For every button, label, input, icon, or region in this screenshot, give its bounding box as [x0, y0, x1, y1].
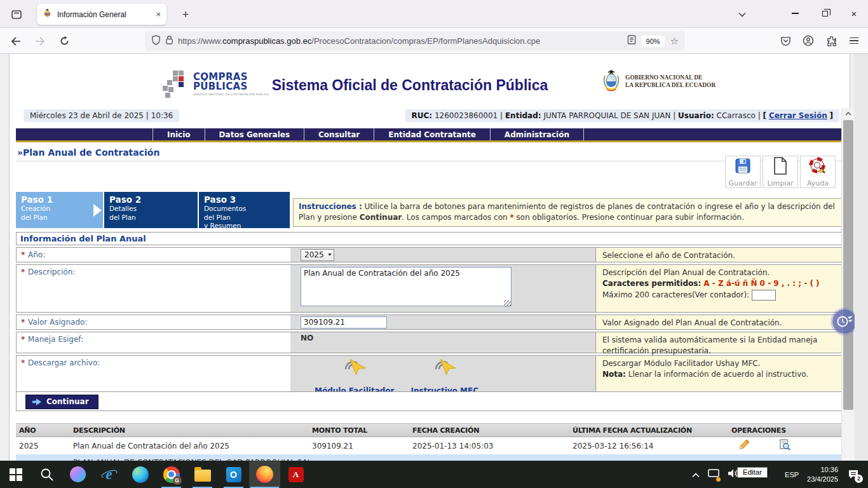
firefox-view-icon[interactable]: [8, 6, 25, 24]
nav-item-consultar[interactable]: Consultar: [304, 128, 374, 140]
taskbar-edge-icon[interactable]: [125, 461, 156, 488]
taskbar-acrobat-icon[interactable]: A: [280, 461, 311, 488]
assigned-value-input[interactable]: [301, 316, 387, 329]
tray-clock[interactable]: 10:36 23/4/2025: [807, 465, 838, 484]
nav-item-entidad-contratante[interactable]: Entidad Contratante: [374, 128, 490, 140]
instructions-box: Instrucciones : Utilice la barra de boto…: [293, 198, 842, 227]
entity-value: JUNTA PARROQUIAL DE SAN JUAN: [543, 111, 670, 120]
user-value: CCarrasco: [717, 111, 756, 120]
tab-title: Información General: [57, 10, 151, 19]
tray-cast-icon[interactable]: [708, 469, 719, 480]
action-toolbar: Guardar Limpiar Ayuda: [725, 156, 836, 188]
modulo-facilitador-link[interactable]: Módulo Facilitador: [315, 358, 394, 395]
start-button[interactable]: [0, 461, 31, 488]
col-ultima-actualizacion: ÚLTIMA FECHA ACTUALIZACIÓN: [569, 426, 728, 435]
year-row: *Año: 2025 Seleccione el año de Contrata…: [16, 247, 842, 262]
site-title: Sistema Oficial de Contratación Pública: [200, 77, 620, 94]
taskbar-firefox-icon[interactable]: [249, 461, 280, 488]
taskbar-outlook-icon[interactable]: O: [218, 461, 249, 488]
taskbar-search-icon[interactable]: [31, 461, 62, 488]
list-tabs-chevron-icon[interactable]: [734, 8, 750, 22]
resize-handle[interactable]: [504, 300, 511, 307]
taskbar-file-explorer-icon[interactable]: [187, 461, 218, 488]
blank-page-icon: [773, 157, 788, 177]
continue-bar: Continuar: [16, 391, 842, 411]
logout-link[interactable]: Cerrar Sesión: [769, 111, 827, 120]
notification-center-icon[interactable]: 2: [846, 468, 860, 482]
continue-button[interactable]: Continuar: [25, 395, 98, 409]
new-tab-button[interactable]: +: [178, 7, 193, 22]
zoom-level-button[interactable]: 90%: [642, 36, 665, 47]
instructivo-mfc-link[interactable]: Instructivo MFC: [410, 358, 478, 395]
taskbar-chrome-icon[interactable]: G: [156, 461, 187, 488]
back-button[interactable]: [6, 32, 25, 50]
table-row: 2025 Plan Anual de Contratación del año …: [16, 437, 842, 454]
taskbar-internet-explorer-icon[interactable]: e: [93, 461, 125, 488]
assigned-value-help: Valor Asignado del Plan Anual de Contrat…: [595, 315, 841, 329]
col-monto-total: MONTO TOTAL: [309, 426, 409, 435]
step-1-creacion: Paso 1 Creación del Plan: [16, 192, 103, 228]
extensions-puzzle-icon[interactable]: [822, 32, 840, 50]
government-logo: GOBIERNO NACIONAL DE LA REPUBLICA DEL EC…: [601, 69, 715, 95]
table-header-row: AÑO DESCRIPCIÓN MONTO TOTAL FECHA CREACI…: [16, 423, 842, 437]
user-label: Usuario:: [678, 111, 714, 120]
click-cursor-icon: [341, 358, 369, 385]
scrollbar-thumb[interactable]: [843, 120, 853, 410]
download-row: *Descargar archivo: Módulo Facilitador: [16, 355, 842, 396]
nav-item-administracion[interactable]: Administración: [490, 128, 584, 140]
status-dot: [716, 477, 721, 482]
window-minimize-button[interactable]: [785, 5, 804, 22]
esigef-value: NO: [290, 332, 595, 353]
nav-item-datos-generales[interactable]: Datos Generales: [205, 128, 304, 140]
bookmark-star-icon[interactable]: ☆: [670, 36, 679, 47]
window-restore-button[interactable]: [815, 5, 834, 22]
col-fecha-creacion: FECHA CREACIÓN: [409, 426, 569, 435]
page-viewport: COMPRAS PÚBLICAS SERVICIO NACIONAL DE CO…: [0, 54, 855, 461]
assigned-value-label: Valor Asignado:: [28, 318, 87, 327]
browser-toolbar: https://www.compraspublicas.gob.ec/Proce…: [0, 28, 868, 54]
floating-clock-widget[interactable]: [832, 309, 855, 334]
edit-pencil-icon[interactable]: [738, 439, 750, 452]
download-label: Descargar archivo:: [28, 358, 100, 367]
step-3-documentos: Paso 3 Documentos del Plan y Resumen: [199, 192, 290, 228]
click-cursor-icon: [431, 358, 459, 385]
view-document-icon[interactable]: [779, 439, 790, 452]
scroll-up-icon[interactable]: [842, 108, 855, 119]
esigef-label: Maneja Esigef:: [28, 335, 83, 344]
col-descripcion: DESCRIPCIÓN: [70, 426, 309, 435]
menu-hamburger-icon[interactable]: [845, 32, 863, 50]
page-scrollbar[interactable]: [841, 108, 855, 461]
clear-button[interactable]: Limpiar: [763, 156, 798, 188]
save-button[interactable]: Guardar: [725, 156, 761, 188]
window-close-button[interactable]: ×: [844, 5, 864, 22]
pocket-icon[interactable]: [776, 32, 794, 50]
page-title: »Plan Anual de Contratación: [16, 146, 842, 161]
description-textarea[interactable]: Plan Anual de Contratación del año 2025: [301, 267, 512, 306]
tab-close-icon[interactable]: ×: [156, 10, 161, 18]
government-text: GOBIERNO NACIONAL DE LA REPUBLICA DEL EC…: [625, 74, 715, 90]
account-icon[interactable]: [799, 32, 817, 50]
form-section-title: Información del Plan Anual: [17, 233, 150, 245]
browser-tab[interactable]: Información General ×: [37, 4, 166, 25]
plan-form: Información del Plan Anual *Año: 2025 Se…: [16, 232, 842, 398]
char-counter-input[interactable]: [752, 290, 776, 301]
year-select[interactable]: 2025: [301, 249, 334, 261]
url-bar[interactable]: https://www.compraspublicas.gob.ec/Proce…: [145, 31, 685, 51]
tray-chevron-up-icon[interactable]: [692, 469, 700, 480]
reload-button[interactable]: [55, 32, 74, 50]
taskbar-copilot-icon[interactable]: [62, 461, 93, 488]
step-arrow-icon: [93, 204, 102, 217]
ruc-value: 1260023860001: [435, 111, 498, 120]
main-nav: Inicio Datos Generales Consultar Entidad…: [16, 128, 842, 140]
arrow-right-icon: [32, 398, 41, 405]
shield-icon[interactable]: [151, 35, 161, 48]
language-indicator[interactable]: ESP: [785, 471, 799, 478]
nav-item-inicio[interactable]: Inicio: [153, 128, 205, 140]
help-button[interactable]: Ayuda: [800, 156, 836, 188]
chevron-down-icon: [328, 254, 332, 256]
reader-mode-icon[interactable]: [627, 35, 636, 47]
gold-divider: [16, 140, 842, 142]
esigef-row: *Maneja Esigef: NO El sistema valida aut…: [16, 332, 842, 353]
forward-button[interactable]: [31, 32, 50, 50]
lock-icon[interactable]: [165, 35, 173, 47]
